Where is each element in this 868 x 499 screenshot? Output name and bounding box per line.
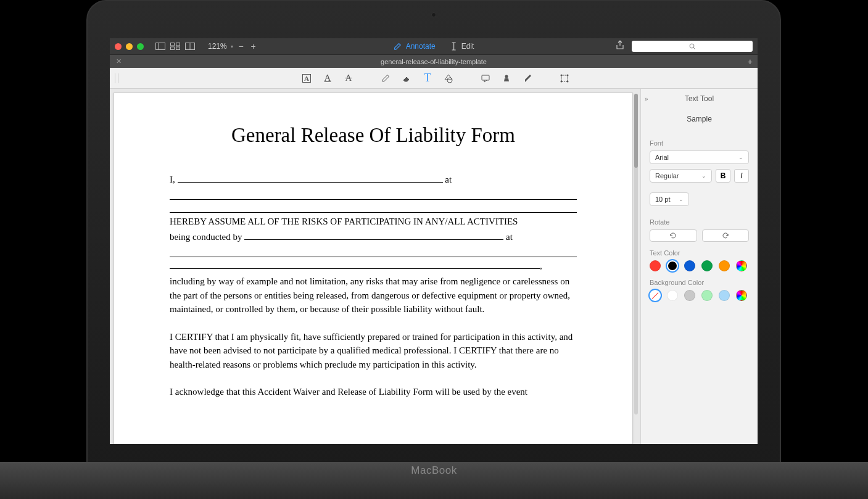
- stamp-tool[interactable]: [500, 72, 513, 85]
- font-size-select[interactable]: 10 pt ⌄: [650, 192, 689, 206]
- font-section: Font Arial ⌄ Regular ⌄ B I 10 pt ⌄: [641, 136, 758, 215]
- titlebar-right-group: [616, 40, 753, 52]
- font-label: Font: [650, 139, 749, 147]
- text-color-swatch[interactable]: [684, 260, 695, 271]
- sidebar-title: Text Tool: [685, 94, 714, 103]
- search-icon: [689, 43, 696, 50]
- document-paragraph: including by way of example and not limi…: [170, 274, 577, 316]
- bg-color-swatch[interactable]: [684, 290, 695, 301]
- sidebar-toggle-button[interactable]: [154, 41, 167, 51]
- bg-color-swatch[interactable]: [719, 290, 730, 301]
- signature-tool[interactable]: [521, 72, 534, 85]
- collapse-sidebar-icon[interactable]: »: [645, 96, 648, 102]
- rotate-ccw-button[interactable]: [650, 229, 697, 242]
- underline-tool[interactable]: A: [321, 72, 334, 85]
- rotate-cw-button[interactable]: [702, 229, 750, 242]
- document-line: being conducted by at: [170, 230, 577, 244]
- split-view-button[interactable]: [183, 41, 197, 51]
- text-tool[interactable]: T: [421, 72, 434, 85]
- pencil-icon: [394, 42, 402, 51]
- traffic-lights: [115, 43, 144, 50]
- svg-point-8: [690, 44, 694, 48]
- annotate-mode-button[interactable]: Annotate: [394, 42, 436, 51]
- svg-rect-11: [482, 75, 489, 80]
- font-family-select[interactable]: Arial ⌄: [650, 151, 749, 164]
- draw-tool-group: T: [379, 72, 455, 85]
- pencil-tool[interactable]: [379, 72, 392, 85]
- document-line: ,: [170, 259, 577, 273]
- bg-color-swatch[interactable]: [701, 290, 713, 301]
- share-icon: [616, 40, 624, 50]
- selection-tool[interactable]: [558, 72, 571, 85]
- document-title: General Release Of Liability Form: [170, 124, 577, 147]
- tab-title: general-release-of-liability-template: [381, 58, 487, 65]
- note-tool[interactable]: [479, 72, 492, 85]
- minimize-window-button[interactable]: [126, 43, 133, 50]
- bold-button[interactable]: B: [716, 169, 730, 183]
- scrollbar-vertical[interactable]: [634, 94, 638, 414]
- zoom-in-button[interactable]: +: [249, 41, 258, 51]
- annotate-toolbar: A A A T: [110, 68, 758, 89]
- italic-button[interactable]: I: [734, 169, 749, 183]
- svg-point-12: [505, 75, 508, 78]
- document-paragraph: I CERTIFY that I am physically fit, have…: [170, 330, 577, 372]
- blank-field: [170, 202, 577, 213]
- zoom-group: 121% ▾ − +: [208, 41, 258, 51]
- blank-field: [170, 268, 540, 269]
- grid-view-button[interactable]: [168, 41, 182, 51]
- sample-preview: Sample: [641, 109, 758, 136]
- rotate-label: Rotate: [650, 218, 749, 226]
- document-line: I, at: [170, 173, 577, 187]
- text-style-icon[interactable]: A: [300, 72, 313, 85]
- svg-point-17: [567, 80, 569, 82]
- scrollbar-thumb[interactable]: [634, 94, 638, 168]
- rotate-cw-icon: [721, 231, 730, 240]
- annotation-tool-group: [479, 72, 534, 85]
- titlebar: 121% ▾ − + Annotate Edit: [110, 38, 758, 54]
- tab-close-button[interactable]: ✕: [116, 57, 122, 65]
- blank-field: [244, 239, 503, 240]
- text-color-section: Text Color: [641, 245, 758, 275]
- text-color-swatch[interactable]: [701, 260, 713, 271]
- color-picker-swatch[interactable]: [736, 290, 747, 301]
- eraser-tool[interactable]: [400, 72, 413, 85]
- color-picker-swatch[interactable]: [736, 260, 747, 271]
- edit-mode-button[interactable]: Edit: [450, 42, 474, 51]
- camera-dot: [431, 12, 436, 17]
- background-color-section: Background Color: [641, 275, 758, 305]
- annotate-label: Annotate: [406, 42, 436, 51]
- document-line: HEREBY ASSUME ALL OF THE RISKS OF PARTIC…: [170, 215, 577, 229]
- bg-color-none-swatch[interactable]: [650, 290, 661, 301]
- svg-point-16: [561, 80, 563, 82]
- edit-label: Edit: [461, 42, 474, 51]
- chevron-down-icon: ⌄: [701, 173, 706, 179]
- text-color-swatch[interactable]: [719, 260, 730, 271]
- svg-rect-5: [176, 47, 180, 50]
- shape-tool[interactable]: [442, 72, 455, 85]
- maximize-window-button[interactable]: [137, 43, 144, 50]
- svg-point-10: [447, 78, 452, 83]
- tab-bar: ✕ general-release-of-liability-template …: [110, 54, 758, 68]
- text-cursor-icon: [450, 42, 458, 51]
- chevron-down-icon: ⌄: [738, 154, 743, 160]
- svg-rect-4: [171, 47, 175, 50]
- toolbar-handle[interactable]: [115, 73, 118, 83]
- svg-point-15: [567, 74, 569, 76]
- close-window-button[interactable]: [115, 43, 122, 50]
- text-color-swatch[interactable]: [650, 260, 661, 271]
- document-paragraph: I acknowledge that this Accident Waiver …: [170, 385, 577, 399]
- tab-add-button[interactable]: +: [748, 57, 753, 67]
- strikethrough-tool[interactable]: A: [342, 72, 355, 85]
- document-container[interactable]: General Release Of Liability Form I, at …: [110, 89, 640, 444]
- zoom-out-button[interactable]: −: [237, 41, 246, 51]
- sidebar-header: » Text Tool: [641, 89, 758, 109]
- search-input[interactable]: [632, 41, 753, 52]
- bg-color-swatch[interactable]: [667, 290, 678, 301]
- zoom-level[interactable]: 121%: [208, 42, 227, 51]
- svg-line-9: [693, 47, 695, 49]
- macbook-label: MacBook: [411, 464, 457, 477]
- chevron-down-icon: ⌄: [679, 196, 684, 202]
- share-button[interactable]: [616, 40, 624, 52]
- font-style-select[interactable]: Regular ⌄: [650, 169, 712, 183]
- text-color-swatch[interactable]: [667, 260, 678, 271]
